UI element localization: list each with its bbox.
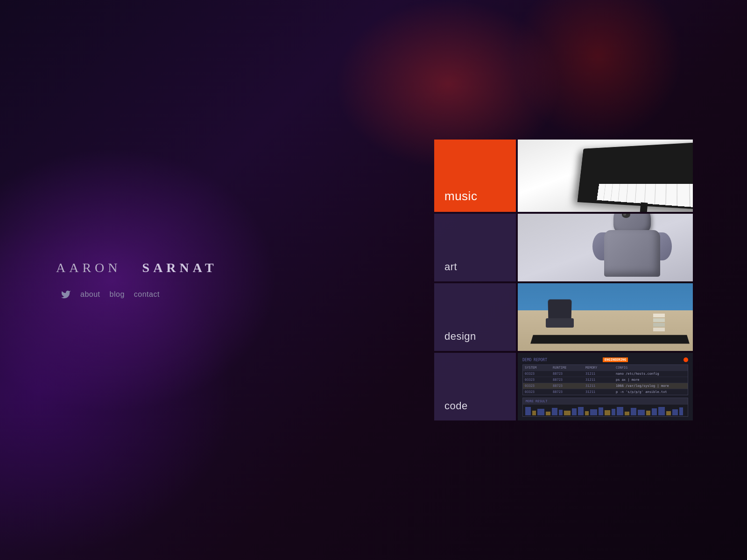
graph-bar xyxy=(617,407,623,415)
tile-music-image[interactable] xyxy=(518,140,693,212)
graph-bar xyxy=(546,412,550,415)
tile-design-image[interactable] xyxy=(518,283,693,351)
cell-mem: 31211 xyxy=(585,390,616,394)
design-wall xyxy=(518,283,693,314)
code-table-header: SYSTEM RUNTIME MEMORY CONFIG xyxy=(523,365,688,371)
nav-contact[interactable]: contact xyxy=(134,290,160,299)
graph-bar xyxy=(625,412,629,415)
cell-rt: 88723 xyxy=(553,378,585,382)
nav-links: about blog contact xyxy=(56,289,218,300)
col-system: SYSTEM xyxy=(525,366,553,370)
cell-rt: 88723 xyxy=(553,372,585,376)
design-floor xyxy=(518,310,693,351)
graph-bar xyxy=(525,407,531,415)
robot-eye xyxy=(622,214,630,218)
code-label: code xyxy=(444,400,468,412)
graph-bar xyxy=(612,409,615,415)
tile-art-label[interactable]: art xyxy=(434,214,516,281)
code-graph xyxy=(523,405,688,416)
graph-bar xyxy=(590,409,597,415)
col-memory: MEMORY xyxy=(585,366,616,370)
tile-music-label[interactable]: music xyxy=(434,140,516,212)
demo-label: DEMO REPORT xyxy=(522,358,547,362)
name-bold: SARNAT xyxy=(142,260,218,275)
graph-bar xyxy=(599,407,603,415)
cell-sys: 03323 xyxy=(525,390,553,394)
nav-blog[interactable]: blog xyxy=(110,290,125,299)
cell-cmd: p -n 's/p/p/g' ansible.txt xyxy=(616,390,686,394)
cell-mem: 31211 xyxy=(585,372,616,376)
code-header: DEMO REPORT ENGINEERING xyxy=(522,357,688,362)
graph-bar xyxy=(585,411,589,415)
graph-bar xyxy=(537,409,544,415)
graph-bar xyxy=(646,411,650,415)
cell-sys: 03323 xyxy=(525,372,553,376)
graph-bar xyxy=(559,410,563,415)
piano-body xyxy=(578,142,693,210)
design-scene xyxy=(518,283,693,351)
design-table xyxy=(530,335,690,344)
site-name: AARON SARNAT xyxy=(56,260,218,275)
graph-bar xyxy=(652,408,657,415)
design-bookstack xyxy=(653,314,665,335)
design-label: design xyxy=(444,330,476,343)
cell-rt: 88723 xyxy=(553,390,585,394)
graph-bar xyxy=(666,411,671,415)
robot-torso xyxy=(604,230,660,277)
tile-art-image[interactable] xyxy=(518,214,693,281)
name-light: AARON xyxy=(56,260,121,275)
art-label: art xyxy=(444,261,457,273)
col-config: CONFIG xyxy=(616,366,686,370)
music-label: music xyxy=(444,189,477,203)
cell-cmd: 1066 /var/log/syslog | more xyxy=(616,384,686,388)
more-result-label: MORE RESULT xyxy=(526,399,547,403)
nav-about[interactable]: about xyxy=(80,290,100,299)
piano-scene xyxy=(518,140,693,212)
robot-scene xyxy=(518,214,693,281)
graph-bar xyxy=(552,408,557,415)
graph-bar xyxy=(532,411,536,415)
col-runtime: RUNTIME xyxy=(553,366,585,370)
table-row: 03323 88723 31211 ps ax | more xyxy=(523,377,688,383)
tile-code-image[interactable]: DEMO REPORT ENGINEERING SYSTEM RUNTIME M… xyxy=(518,353,693,420)
design-chair xyxy=(546,300,578,337)
graph-bar xyxy=(658,407,665,415)
tile-design-label[interactable]: design xyxy=(434,283,516,351)
left-panel: AARON SARNAT about blog contact xyxy=(56,260,218,300)
graph-bar xyxy=(631,408,636,415)
cell-mem: 31211 xyxy=(585,384,616,388)
code-footer-bar: MORE RESULT xyxy=(523,398,688,405)
indicator xyxy=(684,357,688,362)
grid: music xyxy=(434,140,691,420)
table-row: 03323 88723 31211 nano /etc/hosts.config xyxy=(523,371,688,377)
code-scene: DEMO REPORT ENGINEERING SYSTEM RUNTIME M… xyxy=(518,353,693,420)
engineering-badge: ENGINEERING xyxy=(603,357,628,362)
cell-cmd: ps ax | more xyxy=(616,378,686,382)
table-row: 03323 88723 31211 p -n 's/p/p/g' ansible… xyxy=(523,389,688,395)
code-table: SYSTEM RUNTIME MEMORY CONFIG 03323 88723… xyxy=(522,364,688,395)
graph-bar xyxy=(564,411,571,415)
code-footer: MORE RESULT xyxy=(522,398,688,417)
portfolio-grid: music xyxy=(434,140,691,420)
graph-bar xyxy=(638,410,645,415)
twitter-icon[interactable] xyxy=(61,289,71,300)
graph-bar xyxy=(672,409,678,415)
cell-sys: 03323 xyxy=(525,384,553,388)
chair-seat xyxy=(546,318,574,328)
table-row-highlighted: 03323 88723 31211 1066 /var/log/syslog |… xyxy=(523,383,688,389)
graph-bar xyxy=(679,407,683,415)
cell-cmd: nano /etc/hosts.config xyxy=(616,372,686,376)
tile-code-label[interactable]: code xyxy=(434,353,516,420)
graph-bar xyxy=(578,407,584,415)
cell-sys: 03323 xyxy=(525,378,553,382)
cell-mem: 31211 xyxy=(585,378,616,382)
graph-bar xyxy=(572,408,577,415)
robot-body xyxy=(585,214,679,281)
cell-rt: 88723 xyxy=(553,384,585,388)
graph-bar xyxy=(605,410,610,415)
